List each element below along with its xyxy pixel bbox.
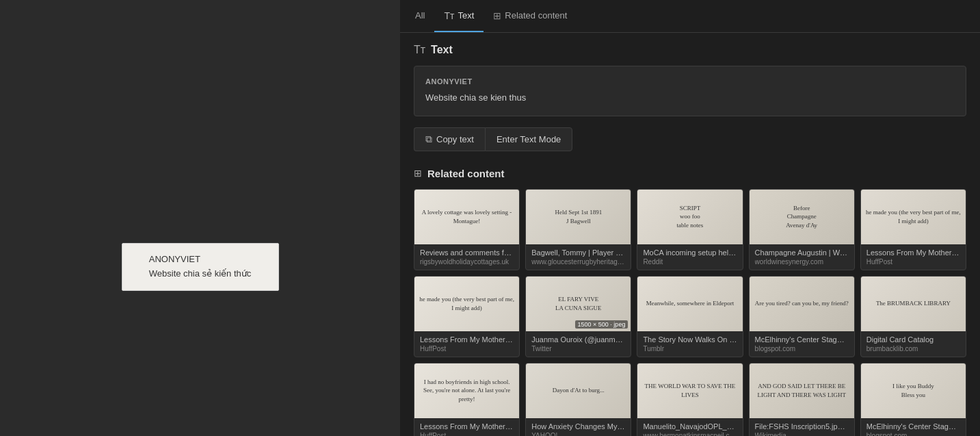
card-info: Manuelito_NavajodOPL_ASU :: Hermo... www… [637,418,742,437]
card-info: The Story Now Walks On Its Own — ... Tum… [637,331,742,357]
card-info: How Anxiety Changes My Handwriting YAHOO… [526,418,631,437]
card-source: rigsbywoldholidaycottages.uk [420,258,514,266]
card-image: I like you BuddyBless you [861,363,966,418]
card-hw-text: SCRIPTwoo footable notes [673,200,708,234]
card-image: SCRIPTwoo footable notes [637,190,742,244]
card-source: HuffPost [866,258,960,266]
card-title: The Story Now Walks On Its Own — ... [643,335,737,344]
left-panel: ANONYVIETWebsite chia sẻ kiến thức [0,0,400,436]
card-source: HuffPost [420,345,514,352]
related-card[interactable]: he made you (the very best part of me, I… [860,189,966,270]
card-image: AND GOD SAID LET THERE BE LIGHT AND THER… [750,363,854,418]
card-source: www.gloucesterrugbyheritage.or... [531,258,625,266]
card-image: Meanwhile, somewhere in Eldeport [637,277,742,331]
enter-mode-label: Enter Text Mode [496,134,561,144]
card-title: Manuelito_NavajodOPL_ASU :: Hermo... [643,422,737,431]
copy-text-button[interactable]: ⧉ Copy text [414,127,485,151]
card-hw-text: AND GOD SAID LET THERE BE LIGHT AND THER… [750,378,854,403]
card-title: Reviews and comments for Rigsby ... [420,248,514,257]
card-source: Tumblr [643,345,737,352]
card-title: McElhinny's Center Stage: Writing to ... [866,422,960,431]
card-hw-text: he made you (the very best part of me, I… [414,291,519,316]
card-info: File:FSHS Inscription5.jpg - Wikimedi...… [750,418,854,437]
related-tab-icon: ⊞ [493,10,501,21]
card-image: Dayon d'At to burg... [526,363,631,418]
tab-related[interactable]: ⊞ Related content [484,0,577,32]
related-card[interactable]: Dayon d'At to burg... How Anxiety Change… [525,363,631,437]
related-section-icon: ⊞ [414,168,422,179]
related-card[interactable]: BeforeChampagneAvenay d'Ay Champagne Aug… [749,189,855,270]
related-card[interactable]: I had no boyfriends in high school. See,… [414,363,520,437]
card-hw-text: A lovely cottage was lovely setting - Mo… [414,204,519,229]
content-area: Tт Text ANONYVIET Website chia se kien t… [400,33,980,436]
card-hw-text: I like you BuddyBless you [888,378,938,403]
related-card[interactable]: he made you (the very best part of me, I… [414,276,520,357]
image-text: ANONYVIETWebsite chia sẻ kiến thức [144,250,256,284]
related-card[interactable]: THE WORLD WAR TO SAVE THE LIVES Manuelit… [637,363,743,437]
card-hw-text: Dayon d'At to burg... [548,382,609,399]
card-info: Reviews and comments for Rigsby ... rigs… [414,244,519,270]
text-result-content: Website chia se kien thus [425,91,955,105]
image-preview: ANONYVIETWebsite chia sẻ kiến thức [122,243,279,291]
card-info: Champagne Augustin | World Wine S... wor… [750,244,854,270]
card-image: EL FARY VIVELA CUNA SIGUE 1500 × 500 · j… [526,277,631,331]
related-card[interactable]: Are you tired? can you be, my friend? Mc… [749,276,855,357]
card-title: Juanma Ouroix (@juanmaouro9) | T... [531,335,625,344]
card-source: HuffPost [420,432,514,437]
card-title: Bagwell, Tommy | Player Profiles | Gl... [531,248,625,257]
card-source: Wikimedia [755,432,849,437]
text-section-header: Tт Text [414,44,966,56]
card-info: Bagwell, Tommy | Player Profiles | Gl...… [526,244,631,270]
card-title: File:FSHS Inscription5.jpg - Wikimedi... [755,422,849,431]
tab-text-label: Text [458,10,474,21]
related-card[interactable]: The BRUMBACK LIBRARY Digital Card Catalo… [860,276,966,357]
card-title: How Anxiety Changes My Handwriting [531,422,625,431]
card-info: Lessons From My Mother's Journal ... Huf… [414,331,519,357]
related-card[interactable]: EL FARY VIVELA CUNA SIGUE 1500 × 500 · j… [525,276,631,357]
related-section-title: Related content [427,168,505,179]
card-hw-text: THE WORLD WAR TO SAVE THE LIVES [637,378,742,403]
card-source: blogspot.com [755,345,849,352]
related-card[interactable]: AND GOD SAID LET THERE BE LIGHT AND THER… [749,363,855,437]
text-section-title: Text [431,44,453,56]
card-source: YAHOO! [531,432,625,437]
tab-bar: All Tт Text ⊞ Related content [400,0,980,33]
related-content-header: ⊞ Related content [414,168,966,179]
card-hw-text: Meanwhile, somewhere in Eldeport [642,295,738,312]
tab-all[interactable]: All [406,0,434,32]
tab-text[interactable]: Tт Text [434,0,484,32]
card-image: he made you (the very best part of me, I… [414,277,519,331]
card-source: worldwinesynergy.com [755,258,849,266]
card-source: blogspot.com [866,432,960,437]
card-image: THE WORLD WAR TO SAVE THE LIVES [637,363,742,418]
card-source: Reddit [643,258,737,266]
tab-all-label: All [415,10,425,21]
card-info: McElhinny's Center Stage: Writing to ...… [861,418,966,437]
related-card[interactable]: A lovely cottage was lovely setting - Mo… [414,189,520,270]
card-hw-text: he made you (the very best part of me, I… [861,204,966,229]
card-title: Champagne Augustin | World Wine S... [755,248,849,257]
right-panel: All Tт Text ⊞ Related content Tт Text AN… [400,0,980,436]
card-title: Lessons From My Mother's Journal ... [866,248,960,257]
card-info: McElhinny's Center Stage: Writing to ...… [750,331,854,357]
card-image: A lovely cottage was lovely setting - Mo… [414,190,519,244]
tab-related-label: Related content [505,10,567,21]
related-card[interactable]: Held Sept 1st 1891J Bagwell Bagwell, Tom… [525,189,631,270]
card-info: Lessons From My Mother's Journal ... Huf… [414,418,519,437]
card-image: BeforeChampagneAvenay d'Ay [750,190,854,244]
related-card[interactable]: I like you BuddyBless you McElhinny's Ce… [860,363,966,437]
card-image: Are you tired? can you be, my friend? [750,277,854,331]
text-result-box: ANONYVIET Website chia se kien thus [414,66,966,116]
card-image: Held Sept 1st 1891J Bagwell [526,190,631,244]
enter-text-mode-button[interactable]: Enter Text Mode [485,127,572,151]
related-card[interactable]: SCRIPTwoo footable notes MoCA incoming s… [637,189,743,270]
card-source: brumbacklib.com [866,345,960,352]
card-title: Lessons From My Mother's Journal ... [420,335,514,344]
card-title: Lessons From My Mother's Journal ... [420,422,514,431]
text-result-label: ANONYVIET [425,77,955,86]
card-info: Digital Card Catalog brumbacklib.com [861,331,966,357]
card-title: McElhinny's Center Stage: Writing to ... [755,335,849,344]
card-hw-text: Are you tired? can you be, my friend? [751,295,853,312]
related-card[interactable]: Meanwhile, somewhere in Eldeport The Sto… [637,276,743,357]
card-image: he made you (the very best part of me, I… [861,190,966,244]
